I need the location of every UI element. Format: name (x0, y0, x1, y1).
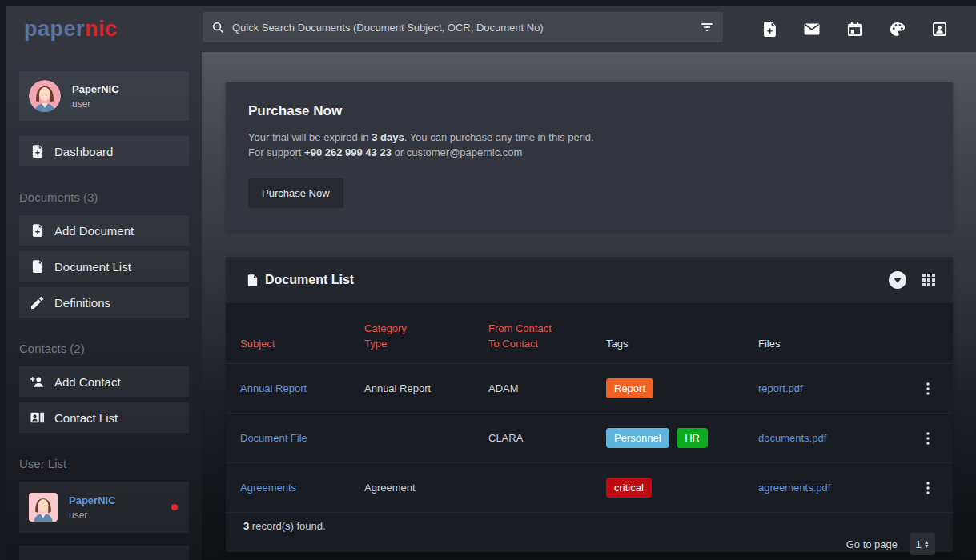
grid-view-icon[interactable] (922, 274, 935, 286)
column-files: Files (758, 336, 902, 351)
column-to-contact: To Contact (488, 336, 606, 351)
main-content: Purchase Now Your trial will be expired … (202, 52, 976, 560)
column-contact[interactable]: From Contact To Contact (488, 321, 606, 351)
category-cell: Annual Report (364, 382, 488, 394)
profile-name: PaperNIC (72, 83, 119, 95)
column-subject[interactable]: Subject (240, 336, 364, 351)
table-row: Agreements Agreement critical agreements… (226, 463, 953, 513)
page-number-input[interactable]: 1 ▲▼ (910, 533, 935, 555)
document-list-card: Document List Subject Category Type From… (226, 257, 953, 552)
trial-text: Your trial will be expired in (248, 131, 372, 143)
purchase-title: Purchase Now (248, 103, 930, 119)
sidebar-item-contact-list[interactable]: Contact List (19, 402, 189, 433)
purchase-now-button[interactable]: Purchase Now (248, 178, 343, 208)
column-category: Category (364, 321, 488, 336)
pagination: Go to page 1 ▲▼ (243, 533, 935, 555)
collapse-icon[interactable] (889, 271, 906, 289)
column-type: Type (364, 336, 488, 351)
profile-avatar (29, 80, 61, 112)
record-count: 3 record(s) found. (243, 520, 935, 532)
contact-cell: ADAM (488, 382, 606, 394)
sidebar-section-user-list: User List (19, 457, 189, 470)
dashboard-icon (30, 145, 44, 158)
user-name: PaperNIC (69, 494, 116, 506)
table-header-row: Subject Category Type From Contact To Co… (226, 303, 953, 364)
tag-badge: Report (606, 378, 653, 398)
profile-role: user (72, 98, 119, 110)
mail-icon[interactable] (804, 23, 820, 35)
sidebar-item-label: Dashboard (54, 145, 113, 158)
record-count-text: record(s) found. (249, 520, 325, 532)
brand-logo-part2: nic (85, 17, 118, 41)
sidebar-item-label: Definitions (54, 296, 110, 310)
document-list-title: Document List (265, 273, 354, 287)
row-menu-icon[interactable] (923, 429, 933, 448)
row-menu-icon[interactable] (923, 478, 933, 498)
status-dot (171, 504, 178, 510)
support-email: or customer@papernic.com (392, 146, 522, 158)
profile-card[interactable]: PaperNIC user (19, 71, 189, 121)
trial-text-suffix: . You can purchase any time in this peri… (404, 131, 594, 143)
sidebar-item-label: Add Document (54, 224, 134, 238)
brand-logo[interactable]: papernic (24, 17, 118, 42)
sidebar-item-add-document[interactable]: Add Document (19, 215, 189, 246)
person-plus-icon (30, 376, 44, 388)
tag-badge: HR (677, 428, 708, 448)
contact-card-icon (30, 412, 44, 423)
file-link[interactable]: report.pdf (758, 382, 803, 394)
category-cell: Agreement (364, 482, 488, 494)
sidebar-item-label: Add Contact (54, 375, 121, 389)
table-row: Annual Report Annual Report ADAM Report … (226, 364, 953, 414)
file-link[interactable]: documents.pdf (758, 432, 826, 444)
document-list-actions (889, 271, 935, 289)
file-link[interactable]: agreements.pdf (758, 482, 830, 494)
calendar-icon[interactable] (847, 22, 862, 37)
sidebar-item-add-contact[interactable]: Add Contact (19, 366, 189, 397)
quick-search-input[interactable] (232, 22, 701, 34)
sidebar-item-definitions[interactable]: Definitions (19, 287, 189, 318)
row-menu-icon[interactable] (923, 379, 933, 398)
tags-cell: Report (606, 378, 758, 398)
support-text: For support (248, 146, 304, 158)
document-list-header: Document List (226, 257, 953, 303)
tag-badge: critical (606, 478, 652, 498)
filter-icon[interactable] (701, 22, 713, 33)
sidebar-section-contacts: Contacts (2) (19, 342, 189, 355)
subject-link[interactable]: Document File (240, 432, 307, 444)
user-role: user (69, 510, 116, 521)
table-row: Document File CLARA Personnel HR documen… (226, 414, 953, 463)
column-tags: Tags (606, 336, 758, 351)
sidebar-item-partial[interactable] (19, 546, 189, 560)
file-plus-icon (30, 224, 44, 237)
sidebar-item-label: Document List (54, 260, 131, 274)
tags-cell: critical (606, 478, 758, 498)
file-icon (30, 260, 44, 273)
subject-link[interactable]: Agreements (240, 482, 296, 494)
table-footer: 3 record(s) found. Go to page 1 ▲▼ (226, 513, 953, 555)
account-card-icon[interactable] (932, 22, 947, 37)
topbar: papernic (6, 6, 976, 52)
subject-link[interactable]: Annual Report (240, 382, 307, 394)
add-document-icon[interactable] (763, 22, 777, 37)
theme-palette-icon[interactable] (890, 22, 905, 37)
pencil-icon (30, 297, 44, 309)
sidebar-section-documents: Documents (3) (19, 190, 189, 204)
goto-page-label: Go to page (846, 538, 898, 550)
sidebar-item-document-list[interactable]: Document List (19, 251, 189, 282)
column-from-contact: From Contact (488, 321, 606, 336)
brand-logo-part1: paper (24, 17, 85, 41)
user-list-item[interactable]: PaperNIC user (19, 482, 189, 533)
user-avatar (29, 493, 58, 522)
page-number-value: 1 (915, 538, 921, 550)
purchase-text: Your trial will be expired in 3 days. Yo… (248, 130, 930, 160)
sidebar-item-dashboard[interactable]: Dashboard (19, 136, 189, 166)
sidebar: PaperNIC user Dashboard Documents (3) Ad… (6, 52, 202, 560)
page-spinner-icon[interactable]: ▲▼ (924, 540, 930, 548)
trial-days: 3 days (372, 131, 404, 143)
document-list-icon (247, 274, 258, 286)
contact-cell: CLARA (488, 432, 606, 444)
quick-search-box[interactable] (203, 12, 723, 42)
column-category-type[interactable]: Category Type (364, 321, 488, 351)
tag-badge: Personnel (606, 428, 669, 448)
tags-cell: Personnel HR (606, 428, 758, 448)
